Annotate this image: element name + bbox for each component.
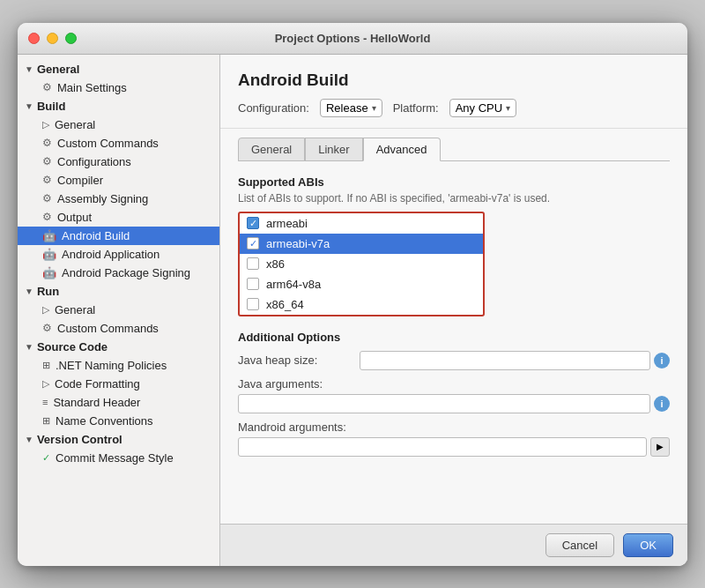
- config-select[interactable]: Release ▾: [320, 99, 382, 117]
- sidebar-group-run[interactable]: ▼ Run: [18, 282, 219, 301]
- gear-icon: ⚙: [42, 137, 52, 149]
- sidebar-item-label: Output: [57, 211, 92, 224]
- sidebar-item-net-naming-policies[interactable]: ⊞ .NET Naming Policies: [18, 356, 219, 375]
- abi-item-x86-64[interactable]: x86_64: [240, 294, 483, 315]
- sidebar-item-label: General: [55, 118, 95, 131]
- sidebar-item-label: Assembly Signing: [57, 192, 148, 205]
- form-row-java-arguments: Java arguments:: [238, 377, 670, 391]
- java-heap-size-label: Java heap size:: [238, 354, 352, 367]
- java-arguments-input[interactable]: [238, 394, 650, 413]
- java-arguments-info-button[interactable]: i: [654, 396, 670, 412]
- abi-checkbox-x86-64[interactable]: [247, 298, 259, 310]
- close-button[interactable]: [28, 33, 40, 44]
- sidebar-item-output[interactable]: ⚙ Output: [18, 208, 219, 227]
- titlebar: Project Options - HelloWorld: [18, 23, 687, 55]
- sidebar-item-label: .NET Naming Policies: [56, 359, 167, 372]
- abi-label-x86: x86: [266, 257, 285, 271]
- sidebar-item-code-formatting[interactable]: ▷ Code Formatting: [18, 375, 219, 393]
- sidebar-item-run-general[interactable]: ▷ General: [18, 301, 219, 319]
- window-title: Project Options - HelloWorld: [275, 32, 431, 45]
- minimize-button[interactable]: [47, 33, 58, 44]
- form-row-mandroid-arguments-input: ▶: [238, 437, 670, 457]
- mandroid-arguments-wrap: ▶: [238, 437, 670, 457]
- abi-item-x86[interactable]: x86: [240, 254, 483, 274]
- sidebar-item-standard-header[interactable]: ≡ Standard Header: [18, 393, 219, 412]
- gear-icon: ⚙: [42, 81, 52, 93]
- form-row-mandroid-arguments: Mandroid arguments:: [238, 421, 670, 434]
- sidebar-group-version-control[interactable]: ▼ Version Control: [18, 430, 219, 449]
- maximize-button[interactable]: [65, 33, 77, 44]
- titlebar-buttons: [28, 33, 77, 44]
- abi-checkbox-armeabi-v7a[interactable]: ✓: [247, 237, 259, 249]
- abi-checkbox-armeabi[interactable]: ✓: [247, 217, 259, 229]
- sidebar-item-label: Standard Header: [53, 396, 140, 409]
- form-row-java-arguments-input: i: [238, 394, 670, 413]
- java-heap-size-input[interactable]: [360, 351, 650, 370]
- footer: Cancel OK: [220, 524, 687, 566]
- cancel-button[interactable]: Cancel: [545, 533, 614, 557]
- sidebar-group-build[interactable]: ▼ Build: [18, 97, 219, 115]
- main-header: Android Build Configuration: Release ▾ P…: [220, 55, 687, 129]
- additional-options-section: Additional Options Java heap size: i Jav…: [238, 331, 670, 457]
- mandroid-run-button[interactable]: ▶: [650, 437, 670, 457]
- sidebar-item-label: Custom Commands: [57, 322, 159, 335]
- ok-button[interactable]: OK: [623, 533, 673, 557]
- main-panel: Android Build Configuration: Release ▾ P…: [220, 55, 687, 566]
- sidebar-group-version-control-label: Version Control: [37, 433, 122, 446]
- sidebar-item-android-package-signing[interactable]: 🤖 Android Package Signing: [18, 264, 219, 282]
- abi-checkbox-x86[interactable]: [247, 257, 259, 270]
- sidebar: ▼ General ⚙ Main Settings ▼ Build ▷ Gene…: [18, 55, 220, 566]
- tab-linker[interactable]: Linker: [305, 138, 362, 161]
- sidebar-item-custom-commands[interactable]: ⚙ Custom Commands: [18, 134, 219, 153]
- abi-label-arm64-v8a: arm64-v8a: [266, 278, 321, 291]
- sidebar-item-android-build[interactable]: 🤖 Android Build: [18, 227, 219, 245]
- supported-abis-title: Supported ABIs: [238, 175, 670, 189]
- source-icon: ≡: [42, 397, 48, 407]
- sidebar-group-source-code[interactable]: ▼ Source Code: [18, 338, 219, 356]
- supported-abis-desc: List of ABIs to support. If no ABI is sp…: [238, 192, 670, 205]
- tab-general[interactable]: General: [238, 138, 305, 161]
- sidebar-item-commit-message-style[interactable]: ✓ Commit Message Style: [18, 449, 219, 467]
- android-icon: 🤖: [42, 229, 56, 242]
- sidebar-item-name-conventions[interactable]: ⊞ Name Conventions: [18, 412, 219, 430]
- sidebar-group-general[interactable]: ▼ General: [18, 60, 219, 78]
- sidebar-item-configurations[interactable]: ⚙ Configurations: [18, 153, 219, 171]
- check-circle-icon: ✓: [42, 452, 50, 464]
- sidebar-item-label: Commit Message Style: [56, 451, 174, 465]
- additional-options-title: Additional Options: [238, 331, 670, 344]
- gear-icon: ⚙: [42, 192, 52, 205]
- java-heap-size-info-button[interactable]: i: [654, 353, 670, 368]
- sidebar-item-label: Configurations: [57, 155, 131, 168]
- sidebar-item-build-general[interactable]: ▷ General: [18, 115, 219, 134]
- abi-item-arm64-v8a[interactable]: arm64-v8a: [240, 274, 483, 294]
- sidebar-item-android-application[interactable]: 🤖 Android Application: [18, 245, 219, 264]
- gear-icon: ⚙: [42, 155, 52, 167]
- abi-item-armeabi-v7a[interactable]: ✓ armeabi-v7a: [240, 234, 483, 254]
- abi-item-armeabi[interactable]: ✓ armeabi: [240, 213, 483, 234]
- java-arguments-label: Java arguments:: [238, 377, 352, 391]
- platform-label: Platform:: [393, 101, 439, 115]
- mandroid-arguments-label: Mandroid arguments:: [238, 421, 352, 434]
- main-body: Supported ABIs List of ABIs to support. …: [220, 161, 687, 524]
- chevron-down-icon: ▾: [372, 103, 376, 113]
- sidebar-item-label: Main Settings: [57, 81, 127, 94]
- config-row: Configuration: Release ▾ Platform: Any C…: [238, 99, 670, 117]
- sidebar-item-label: Android Build: [62, 229, 130, 242]
- arrow-icon: ▼: [25, 435, 33, 444]
- tab-advanced[interactable]: Advanced: [363, 138, 441, 161]
- sidebar-item-label: Custom Commands: [57, 137, 159, 150]
- gear-icon: ⚙: [42, 211, 52, 223]
- sidebar-item-compiler[interactable]: ⚙ Compiler: [18, 171, 219, 190]
- chevron-down-icon: ▾: [506, 103, 510, 113]
- sidebar-item-main-settings[interactable]: ⚙ Main Settings: [18, 78, 219, 97]
- sidebar-group-source-code-label: Source Code: [37, 340, 108, 354]
- play-icon: ▷: [42, 378, 49, 390]
- platform-select[interactable]: Any CPU ▾: [449, 99, 516, 117]
- mandroid-arguments-input[interactable]: [238, 437, 647, 457]
- sidebar-group-build-label: Build: [37, 100, 66, 113]
- config-value: Release: [326, 101, 368, 115]
- sidebar-item-run-custom-commands[interactable]: ⚙ Custom Commands: [18, 319, 219, 338]
- sidebar-item-assembly-signing[interactable]: ⚙ Assembly Signing: [18, 190, 219, 208]
- sidebar-group-run-label: Run: [37, 285, 59, 298]
- abi-checkbox-arm64-v8a[interactable]: [247, 278, 259, 290]
